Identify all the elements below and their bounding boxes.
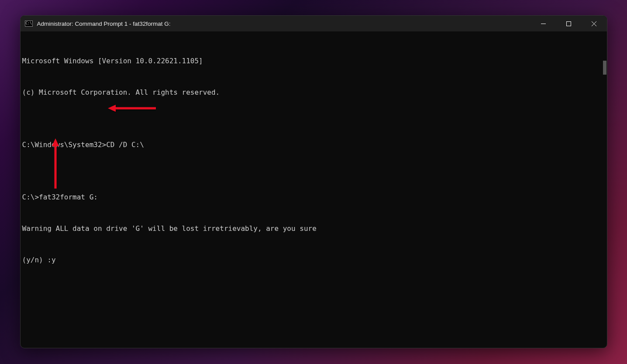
annotation-arrow-horizontal xyxy=(108,104,156,113)
terminal-body[interactable]: Microsoft Windows [Version 10.0.22621.11… xyxy=(21,31,607,348)
command-prompt-window: C:\ Administrator: Command Prompt 1 - fa… xyxy=(20,15,607,348)
cmd-icon-text: C:\ xyxy=(26,22,32,25)
close-button[interactable] xyxy=(582,16,607,31)
svg-rect-1 xyxy=(567,21,571,26)
scrollbar-thumb[interactable] xyxy=(603,61,606,75)
window-controls xyxy=(531,16,607,31)
terminal-line: (y/n) :y xyxy=(22,255,607,265)
minimize-button[interactable] xyxy=(531,16,556,31)
terminal-line: C:\>fat32format G: xyxy=(22,192,607,203)
terminal-line: Microsoft Windows [Version 10.0.22621.11… xyxy=(22,56,607,66)
window-title: Administrator: Command Prompt 1 - fat32f… xyxy=(37,21,531,27)
terminal-line: Warning ALL data on drive 'G' will be lo… xyxy=(22,223,607,234)
terminal-line: (c) Microsoft Corporation. All rights re… xyxy=(22,87,607,98)
cmd-icon: C:\ xyxy=(25,21,33,27)
maximize-button[interactable] xyxy=(556,16,582,31)
svg-marker-5 xyxy=(108,105,116,112)
terminal-line: C:\Windows\System32>CD /D C:\ xyxy=(22,140,607,150)
scrollbar-track[interactable] xyxy=(600,32,606,347)
titlebar[interactable]: C:\ Administrator: Command Prompt 1 - fa… xyxy=(21,16,607,31)
